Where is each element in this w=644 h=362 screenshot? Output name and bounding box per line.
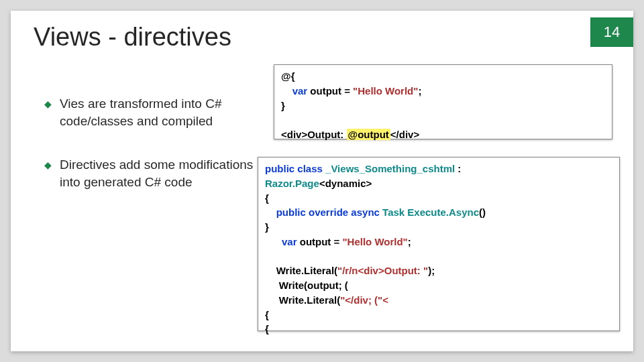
code-token [265,236,282,247]
code-token: ; [418,85,421,97]
code-line: { [265,192,269,204]
diamond-icon: ◆ [44,98,52,129]
code-razor-view: @{ var output = "Hello World"; } <div>Ou… [274,64,612,139]
code-token: () [479,206,486,218]
slide: Views - directives 14 ◆ Vies are transfo… [11,11,633,351]
page-number-badge: 14 [590,17,633,47]
code-token: <div> [281,129,307,140]
bullet-text: Vies are transformed into C# code/classe… [60,95,272,129]
bullet-text: Directives add some modifications into g… [60,156,272,190]
code-token: Write.Literal( [265,294,340,306]
code-token: output = [307,85,353,97]
code-typename: Task [382,206,407,218]
slide-title: Views - directives [34,23,231,52]
code-typename: Execute.Async [407,206,479,218]
code-token: output = [297,236,343,247]
code-line: { [265,309,269,320]
code-string: "</div; ("< [340,294,388,306]
code-string: "Hello World" [353,85,418,97]
code-line: } [265,221,269,233]
code-keyword: var [282,236,297,247]
bullet-list: ◆ Vies are transformed into C# code/clas… [44,95,272,218]
code-keyword: var [292,85,308,97]
code-highlight: @output [347,129,390,140]
code-typename: _Views_Something_cshtml [325,163,455,174]
code-token: ; [408,236,411,247]
code-string: "Hello World" [342,236,407,247]
code-string: "/r/n<div>Output: " [337,265,428,276]
code-token: Output: [307,129,346,140]
diamond-icon: ◆ [44,159,52,190]
code-token: </div> [390,129,419,140]
code-token: Write.Literal( [265,265,337,276]
code-token: ); [428,265,435,276]
code-token: : [455,163,461,174]
code-keyword: public override async [265,206,382,218]
code-line: { [265,323,269,335]
bullet-item: ◆ Directives add some modifications into… [44,156,272,190]
code-keyword: public class [265,163,325,174]
code-token: <dynamic> [319,178,372,189]
code-line: @{ [281,70,294,82]
code-line: } [281,100,285,111]
code-token [281,85,292,97]
bullet-item: ◆ Vies are transformed into C# code/clas… [44,95,272,129]
code-line: Write(output; ( [265,280,348,291]
code-generated-csharp: public class _Views_Something_cshtml : R… [258,157,620,331]
code-typename: Razor.Page [265,178,319,189]
